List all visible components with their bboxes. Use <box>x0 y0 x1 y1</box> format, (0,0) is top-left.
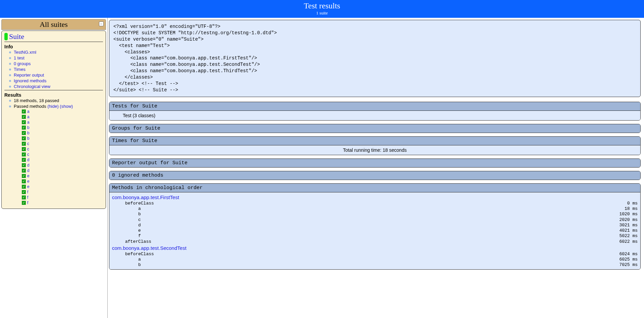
chrono-row: e4021 ms <box>112 228 638 233</box>
ignored-block: 0 ignored methods <box>109 171 641 180</box>
check-icon: ✓ <box>22 190 26 194</box>
chrono-row: b7025 ms <box>112 262 638 268</box>
chrono-time: 6024 ms <box>611 252 638 257</box>
check-icon: ✓ <box>22 163 26 167</box>
check-icon: ✓ <box>22 158 26 162</box>
check-icon: ✓ <box>22 120 26 124</box>
method-link[interactable]: e <box>27 179 30 184</box>
method-link[interactable]: a <box>27 120 30 125</box>
method-item: ✓a <box>22 114 103 120</box>
all-suites-bar: All suites − <box>1 19 106 30</box>
check-icon: ✓ <box>22 147 26 151</box>
method-item: ✓f <box>22 189 103 195</box>
times-heading: Times for Suite <box>109 137 640 145</box>
chrono-row: d3021 ms <box>112 223 638 228</box>
info-item: Times <box>9 66 103 72</box>
info-item: 0 groups <box>9 61 103 66</box>
chrono-time: 0 ms <box>611 201 638 206</box>
chrono-body: com.boonya.app.test.FirstTest beforeClas… <box>109 192 640 269</box>
page-title: Test results <box>0 1 644 10</box>
chrono-time: 3021 ms <box>611 223 638 228</box>
groups-heading: Groups for Suite <box>109 124 640 133</box>
method-link[interactable]: f <box>27 195 28 200</box>
check-icon: ✓ <box>22 142 26 146</box>
method-link[interactable]: b <box>27 125 30 130</box>
method-link[interactable]: b <box>27 136 30 141</box>
info-item: Chronological view <box>9 84 103 89</box>
method-link[interactable]: e <box>27 184 30 189</box>
check-icon: ✓ <box>22 136 26 140</box>
chrono-time: 4021 ms <box>611 228 638 233</box>
info-link[interactable]: TestNG.xml <box>14 50 36 55</box>
chrono-row: afterClass6022 ms <box>112 239 638 244</box>
main-area: All suites − Suite Info TestNG.xml1 test… <box>0 18 644 318</box>
page-subtitle: 1 suite <box>0 10 644 16</box>
all-suites-label: All suites <box>40 20 68 29</box>
chrono-row: c2020 ms <box>112 217 638 223</box>
divider <box>4 90 103 90</box>
method-item: ✓d <box>22 157 103 163</box>
method-item: ✓c <box>22 152 103 157</box>
chrono-time: 6025 ms <box>611 257 638 262</box>
info-link[interactable]: Reporter output <box>14 73 44 78</box>
hide-link[interactable]: (hide) <box>47 104 58 109</box>
tests-heading: Tests for Suite <box>109 102 640 111</box>
groups-block: Groups for Suite <box>109 124 641 133</box>
passed-methods-label: Passed methods <box>14 104 46 109</box>
chrono-method-name: afterClass <box>112 239 611 244</box>
method-link[interactable]: b <box>27 131 30 135</box>
suite-title-row: Suite <box>4 32 103 41</box>
divider <box>4 42 103 42</box>
times-body: Total running time: 18 seconds <box>109 145 640 155</box>
chrono-time: 7025 ms <box>611 262 638 268</box>
chrono-row: b1020 ms <box>112 212 638 217</box>
chrono-method-name: b <box>112 262 611 268</box>
chrono-method-name: a <box>112 206 611 212</box>
ignored-heading: 0 ignored methods <box>109 171 640 180</box>
chrono-time: 18 ms <box>611 206 638 212</box>
info-heading: Info <box>4 44 103 49</box>
method-link[interactable]: f <box>27 190 28 194</box>
method-link[interactable]: d <box>27 157 30 162</box>
info-list: TestNG.xml1 test0 groupsTimesReporter ou… <box>4 49 103 89</box>
results-summary: 18 methods, 18 passed <box>9 98 103 103</box>
suite-link[interactable]: Suite <box>9 32 24 41</box>
method-link[interactable]: f <box>27 200 28 205</box>
method-link[interactable]: d <box>27 168 30 173</box>
results-heading: Results <box>4 92 103 98</box>
check-icon: ✓ <box>22 179 26 183</box>
suite-status-pill <box>4 33 8 40</box>
chrono-time: 6022 ms <box>611 239 638 244</box>
right-panel[interactable]: <?xml version="1.0" encoding="UTF-8"?> <… <box>107 18 644 318</box>
method-link[interactable]: e <box>27 174 30 178</box>
methods-list: ✓a✓a✓a✓b✓b✓b✓c✓c✓c✓d✓d✓d✓e✓e✓e✓f✓f✓f <box>14 109 103 206</box>
check-icon: ✓ <box>22 131 26 135</box>
method-item: ✓d <box>22 168 103 173</box>
collapse-icon[interactable]: − <box>99 21 104 26</box>
method-link[interactable]: c <box>27 141 29 146</box>
info-link[interactable]: Chronological view <box>14 84 50 89</box>
info-link[interactable]: 1 test <box>14 55 24 60</box>
info-link[interactable]: 0 groups <box>14 61 31 66</box>
chrono-time: 5022 ms <box>611 233 638 239</box>
chrono-row: a6025 ms <box>112 257 638 262</box>
method-link[interactable]: a <box>27 109 30 114</box>
chrono-method-name: d <box>112 223 611 228</box>
check-icon: ✓ <box>22 174 26 178</box>
info-link[interactable]: Times <box>14 67 25 72</box>
reporter-heading: Reporter output for Suite <box>109 159 640 167</box>
method-link[interactable]: c <box>27 147 29 151</box>
info-item: Reporter output <box>9 72 103 78</box>
info-link[interactable]: Ignored methods <box>14 78 47 83</box>
method-link[interactable]: a <box>27 115 30 119</box>
show-link[interactable]: (show) <box>60 104 73 109</box>
method-link[interactable]: d <box>27 163 30 168</box>
results-list: 18 methods, 18 passed Passed methods (hi… <box>4 98 103 206</box>
check-icon: ✓ <box>22 115 26 119</box>
check-icon: ✓ <box>22 195 26 199</box>
method-item: ✓b <box>22 136 103 141</box>
method-link[interactable]: c <box>27 152 29 157</box>
chrono-block: Methods in chronological order com.boony… <box>109 183 641 270</box>
method-item: ✓b <box>22 125 103 130</box>
tests-body: Test (3 classes) <box>109 111 640 120</box>
